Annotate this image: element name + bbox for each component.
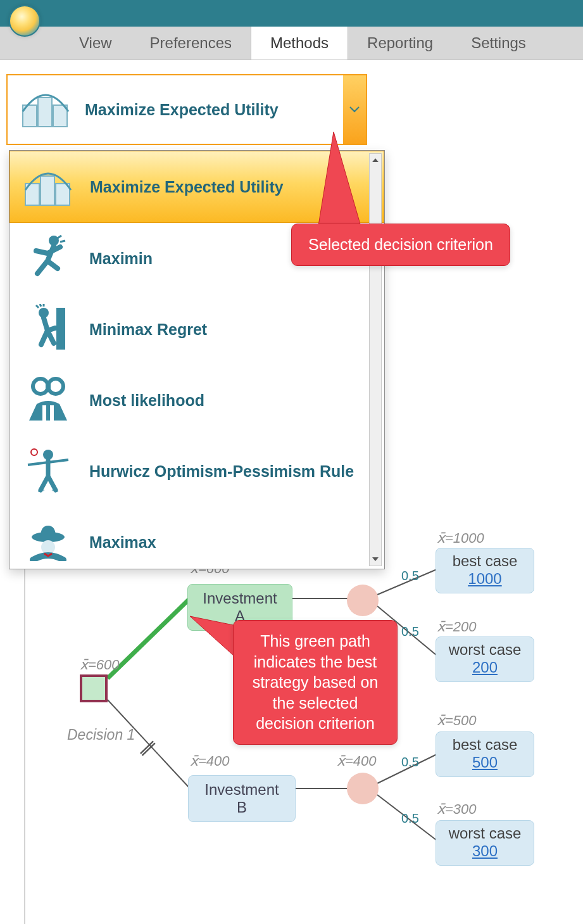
tab-settings[interactable]: Settings [452, 27, 545, 60]
tab-reporting[interactable]: Reporting [348, 27, 452, 60]
tab-view[interactable]: View [60, 27, 131, 60]
callout-pointer-2 [0, 60, 583, 924]
app-logo [9, 5, 41, 37]
tab-preferences[interactable]: Preferences [131, 27, 251, 60]
canvas: Maximize Expected Utility Maximize Expec… [0, 60, 583, 924]
titlebar [0, 0, 583, 27]
callout-green-path: This green path indicates the best strat… [233, 620, 398, 745]
tab-methods[interactable]: Methods [251, 26, 348, 60]
callout-selected-criterion: Selected decision criterion [291, 224, 510, 266]
tabbar: View Preferences Methods Reporting Setti… [0, 27, 583, 60]
